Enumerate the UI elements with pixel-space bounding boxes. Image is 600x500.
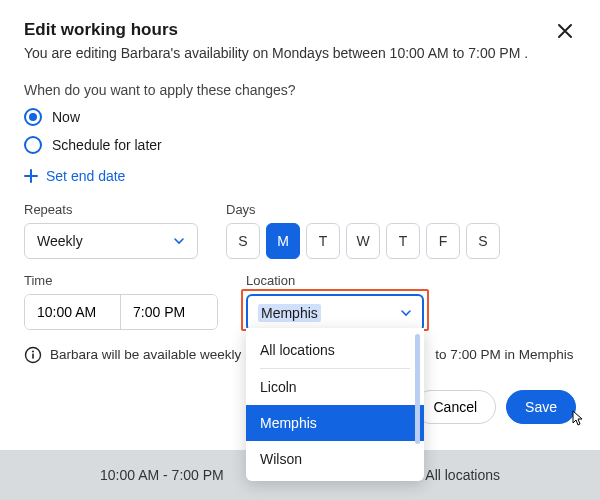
availability-text-start: Barbara will be available weekly: [50, 347, 241, 362]
location-option-all[interactable]: All locations: [246, 332, 424, 368]
time-end-input[interactable]: [121, 295, 217, 329]
svg-rect-2: [32, 353, 34, 358]
day-tue[interactable]: T: [306, 223, 340, 259]
radio-later-label: Schedule for later: [52, 137, 162, 153]
cancel-button[interactable]: Cancel: [414, 390, 496, 424]
close-button[interactable]: [554, 20, 576, 42]
day-fri[interactable]: F: [426, 223, 460, 259]
location-select[interactable]: Memphis: [246, 294, 424, 332]
day-wed[interactable]: W: [346, 223, 380, 259]
set-end-date-label: Set end date: [46, 168, 125, 184]
radio-now[interactable]: Now: [24, 108, 576, 126]
day-thu[interactable]: T: [386, 223, 420, 259]
radio-selected-icon: [24, 108, 42, 126]
modal-subtitle: You are editing Barbara's availability o…: [24, 44, 576, 64]
chevron-down-icon: [173, 235, 185, 247]
location-label: Location: [246, 273, 424, 288]
time-label: Time: [24, 273, 218, 288]
set-end-date-button[interactable]: Set end date: [24, 168, 576, 184]
save-button[interactable]: Save: [506, 390, 576, 424]
repeats-value: Weekly: [37, 233, 83, 249]
time-start-input[interactable]: [25, 295, 121, 329]
location-option-memphis[interactable]: Memphis: [246, 405, 424, 441]
info-icon: [24, 346, 42, 364]
dropdown-scrollbar[interactable]: [415, 334, 420, 444]
edit-working-hours-modal: Edit working hours You are editing Barba…: [0, 0, 600, 500]
availability-text-end: to 7:00 PM in Memphis: [435, 347, 573, 362]
repeats-label: Repeats: [24, 202, 198, 217]
location-value: Memphis: [258, 304, 321, 322]
close-icon: [556, 22, 574, 40]
modal-title: Edit working hours: [24, 20, 178, 40]
day-sun[interactable]: S: [226, 223, 260, 259]
day-mon[interactable]: M: [266, 223, 300, 259]
location-option-wilson[interactable]: Wilson: [246, 441, 424, 477]
radio-schedule-later[interactable]: Schedule for later: [24, 136, 576, 154]
days-picker: S M T W T F S: [226, 223, 500, 259]
apply-changes-question: When do you want to apply these changes?: [24, 82, 576, 98]
time-range-input: [24, 294, 218, 330]
chevron-down-icon: [400, 307, 412, 319]
cursor-pointer-icon: [569, 409, 587, 429]
location-dropdown: All locations Licoln Memphis Wilson: [246, 328, 424, 481]
radio-now-label: Now: [52, 109, 80, 125]
day-sat[interactable]: S: [466, 223, 500, 259]
footer-time-range: 10:00 AM - 7:00 PM: [100, 467, 224, 483]
plus-icon: [24, 169, 38, 183]
repeats-select[interactable]: Weekly: [24, 223, 198, 259]
svg-point-1: [32, 350, 34, 352]
footer-location: All locations: [425, 467, 500, 483]
location-option-licoln[interactable]: Licoln: [246, 369, 424, 405]
days-label: Days: [226, 202, 500, 217]
radio-unselected-icon: [24, 136, 42, 154]
